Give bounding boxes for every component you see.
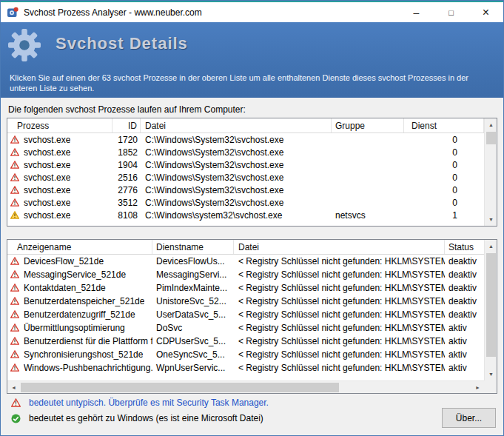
process-file: C:\Windows\System32\svchost.exe [141, 172, 332, 183]
service-display-name: DevicesFlow_521de [24, 256, 104, 266]
service-status: deaktiv [445, 296, 484, 306]
col-gruppe[interactable]: Gruppe [332, 118, 404, 133]
col-service-datei[interactable]: Datei [234, 240, 445, 254]
warning-red-icon [10, 186, 20, 195]
col-prozess[interactable]: Prozess [7, 118, 112, 133]
service-row[interactable]: DevicesFlow_521de DevicesFlowUs... < Reg… [7, 255, 484, 268]
process-row[interactable]: svchost.exe 1904 C:\Windows\System32\svc… [7, 158, 484, 171]
service-display-name: Kontaktdaten_521de [24, 283, 106, 293]
warning-red-icon [10, 270, 20, 279]
process-id: 1720 [112, 135, 141, 145]
service-row[interactable]: Synchronisierungshost_521de OneSyncSvc_5… [7, 348, 484, 361]
app-icon [7, 7, 19, 19]
process-id: 2776 [112, 185, 141, 195]
warning-red-icon [10, 148, 20, 157]
scrollbar-thumb[interactable] [486, 253, 496, 357]
process-row[interactable]: svchost.exe 1720 C:\Windows\System32\svc… [7, 133, 484, 146]
process-row[interactable]: svchost.exe 3512 C:\Windows\System32\svc… [7, 196, 484, 209]
header-banner: Svchost Details Klicken Sie auf einen de… [1, 22, 503, 98]
process-row[interactable]: svchost.exe 8108 C:\Windows\system32\svc… [7, 209, 484, 221]
service-file: < Registry Schlüssel nicht gefunden: HKL… [234, 336, 445, 346]
service-file: < Registry Schlüssel nicht gefunden: HKL… [234, 323, 445, 333]
service-table-header: Anzeigename Dienstname Datei Status [7, 240, 484, 255]
col-dienst[interactable]: Dienst [404, 118, 484, 133]
security-task-manager-link[interactable]: bedeutet untypisch. Überprüfe es mit Sec… [29, 398, 269, 408]
service-file: < Registry Schlüssel nicht gefunden: HKL… [234, 363, 445, 373]
process-row[interactable]: svchost.exe 1852 C:\Windows\System32\svc… [7, 146, 484, 158]
service-scrollbar-vertical[interactable]: ▲ ▼ [484, 240, 497, 380]
warning-red-icon [10, 173, 20, 182]
service-name: OneSyncSvc_5... [152, 349, 234, 360]
process-table-body: svchost.exe 1720 C:\Windows\System32\svc… [7, 133, 484, 221]
process-file: C:\Windows\System32\svchost.exe [141, 135, 332, 145]
service-status: aktiv [445, 349, 484, 360]
page-title: Svchost Details [56, 34, 188, 53]
service-name: MessagingServi... [152, 269, 234, 280]
service-name: DevicesFlowUs... [152, 256, 234, 266]
maximize-button[interactable]: □ [434, 2, 468, 22]
service-row[interactable]: MessagingService_521de MessagingServi...… [7, 268, 484, 281]
close-button[interactable]: × [468, 2, 503, 22]
warning-red-icon [10, 337, 20, 346]
service-status: deaktiv [445, 256, 484, 266]
process-row[interactable]: svchost.exe 2776 C:\Windows\System32\svc… [7, 184, 484, 196]
warning-red-icon [10, 198, 20, 207]
minimize-button[interactable]: – [399, 2, 434, 22]
service-file: < Registry Schlüssel nicht gefunden: HKL… [234, 296, 445, 306]
process-service-count: 0 [404, 185, 484, 195]
legend-warning: bedeutet untypisch. Überprüfe es mit Sec… [8, 398, 269, 408]
process-table-header: Prozess ID Datei Gruppe Dienst [7, 118, 484, 133]
col-anzeigename[interactable]: Anzeigename [7, 240, 152, 254]
service-scrollbar-horizontal[interactable]: ◄ ► [7, 380, 484, 393]
col-dienstname[interactable]: Dienstname [152, 240, 234, 254]
col-datei[interactable]: Datei [141, 118, 332, 133]
legend-ok-text: bedeutet es gehört zu Windows (es ist ei… [29, 413, 263, 423]
scrollbar-thumb[interactable] [486, 132, 496, 144]
service-status: deaktiv [445, 269, 484, 280]
service-row[interactable]: Kontaktdaten_521de PimIndexMainte... < R… [7, 281, 484, 295]
process-name: svchost.exe [24, 135, 70, 145]
process-id: 2516 [112, 172, 141, 183]
scroll-up-icon[interactable]: ▲ [485, 118, 497, 131]
service-display-name: Übermittlungsoptimierung [24, 323, 125, 333]
process-scrollbar-vertical[interactable]: ▲ ▼ [484, 118, 497, 226]
service-row[interactable]: Benutzerdienst für die Plattform f... CD… [7, 335, 484, 348]
process-file: C:\Windows\System32\svchost.exe [141, 160, 332, 170]
process-name: svchost.exe [24, 172, 70, 183]
col-status[interactable]: Status [445, 240, 484, 254]
service-name: DoSvc [152, 323, 234, 333]
scrollbar-thumb[interactable] [21, 383, 339, 392]
service-file: < Registry Schlüssel nicht gefunden: HKL… [234, 269, 445, 280]
about-button[interactable]: Über... [442, 408, 496, 428]
service-row[interactable]: Benutzerdatenzugriff_521de UserDataSvc_5… [7, 308, 484, 321]
process-id: 1852 [112, 147, 141, 158]
service-display-name: MessagingService_521de [24, 269, 126, 280]
service-name: CDPUserSvc_5... [152, 336, 234, 346]
process-service-count: 0 [404, 147, 484, 158]
process-id: 1904 [112, 160, 141, 170]
process-file: C:\Windows\System32\svchost.exe [141, 198, 332, 208]
scrollbar-corner [484, 380, 497, 393]
scroll-down-icon[interactable]: ▼ [485, 368, 497, 380]
process-name: svchost.exe [24, 160, 70, 170]
process-service-count: 1 [404, 210, 484, 221]
service-file: < Registry Schlüssel nicht gefunden: HKL… [234, 256, 445, 266]
service-status: aktiv [445, 323, 484, 333]
titlebar[interactable]: Svchost Prozess Analyser - www.neuber.co… [1, 2, 503, 22]
col-id[interactable]: ID [112, 118, 141, 133]
warning-red-icon [11, 398, 21, 407]
process-row[interactable]: svchost.exe 2516 C:\Windows\System32\svc… [7, 171, 484, 184]
service-row[interactable]: Benutzerdatenspeicher_521de UnistoreSvc_… [7, 295, 484, 308]
service-row[interactable]: Übermittlungsoptimierung DoSvc < Registr… [7, 321, 484, 335]
service-display-name: Benutzerdatenspeicher_521de [24, 296, 144, 306]
warning-red-icon [10, 257, 20, 266]
process-list-label: Die folgenden svchost Prozesse laufen au… [8, 104, 246, 115]
service-row[interactable]: Windows-Pushbenachrichtigung... WpnUserS… [7, 361, 484, 375]
scroll-right-icon[interactable]: ► [471, 381, 484, 394]
service-status: aktiv [445, 336, 484, 346]
scroll-down-icon[interactable]: ▼ [485, 213, 497, 226]
gear-icon [7, 27, 42, 66]
scroll-left-icon[interactable]: ◄ [7, 381, 20, 394]
process-name: svchost.exe [24, 147, 70, 158]
scroll-up-icon[interactable]: ▲ [485, 240, 497, 252]
